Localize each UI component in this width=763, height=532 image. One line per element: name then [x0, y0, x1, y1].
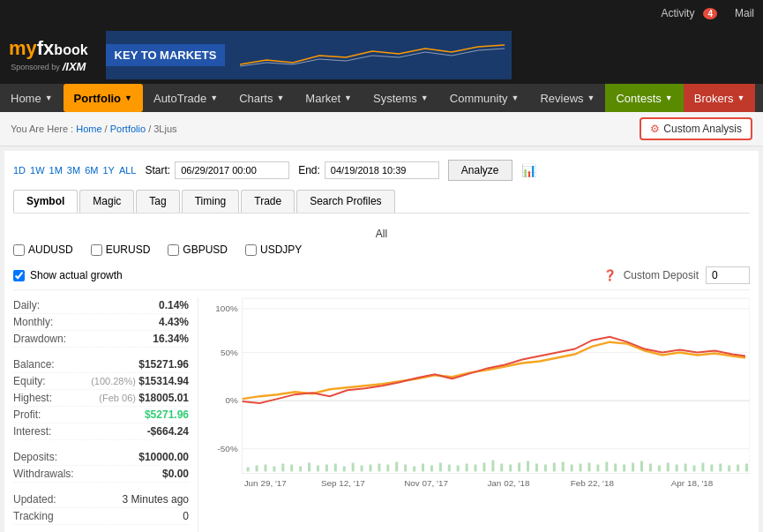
start-label: Start: — [145, 164, 170, 176]
shortcut-1d[interactable]: 1D — [13, 165, 26, 176]
activity-badge[interactable]: 4 — [703, 8, 717, 19]
mail-label[interactable]: Mail — [735, 7, 754, 19]
checkbox-usdjpy[interactable] — [245, 244, 257, 256]
svg-rect-27 — [404, 465, 407, 472]
nav-systems[interactable]: Systems ▼ — [363, 84, 439, 112]
nav-community[interactable]: Community ▼ — [439, 84, 530, 112]
svg-text:-50%: -50% — [218, 444, 238, 453]
symbol-gbpusd[interactable]: GBPUSD — [168, 244, 228, 256]
svg-rect-16 — [308, 463, 310, 472]
shortcut-all[interactable]: ALL — [119, 165, 137, 176]
svg-rect-12 — [273, 467, 275, 472]
svg-text:100%: 100% — [215, 303, 238, 313]
svg-rect-22 — [361, 466, 363, 472]
activity-label[interactable]: Activity — [661, 7, 694, 19]
svg-rect-33 — [457, 466, 460, 472]
checkbox-eurusd[interactable] — [91, 244, 102, 256]
symbol-audusd[interactable]: AUDUSD — [13, 244, 73, 256]
svg-rect-47 — [580, 464, 582, 472]
symbol-usdjpy[interactable]: USDJPY — [245, 244, 302, 256]
nav-home[interactable]: Home ▼ — [0, 84, 64, 112]
growth-left: Show actual growth — [13, 269, 123, 281]
svg-rect-63 — [719, 464, 722, 472]
svg-rect-43 — [544, 465, 547, 472]
symbol-eurusd[interactable]: EURUSD — [91, 244, 151, 256]
top-bar: Activity 4 Mail — [0, 0, 763, 26]
svg-rect-50 — [605, 462, 608, 472]
svg-rect-38 — [500, 464, 503, 472]
tab-search-profiles[interactable]: Search Profiles — [296, 190, 394, 213]
growth-chart: 100% 50% 0% -50% — [207, 297, 750, 527]
shortcut-1y[interactable]: 1Y — [102, 165, 114, 176]
tab-symbol[interactable]: Symbol — [13, 190, 78, 213]
tab-tag[interactable]: Tag — [136, 190, 179, 213]
nav-autotrade[interactable]: AutoTrade ▼ — [143, 84, 228, 112]
stat-interest: Interest: -$664.24 — [13, 423, 189, 440]
nav: Home ▼ Portfolio ▼ AutoTrade ▼ Charts ▼ … — [0, 84, 763, 112]
svg-rect-56 — [658, 466, 661, 472]
nav-portfolio[interactable]: Portfolio ▼ — [64, 84, 143, 112]
svg-rect-44 — [553, 463, 556, 472]
start-date-group: Start: — [145, 161, 289, 179]
tab-timing[interactable]: Timing — [182, 190, 240, 213]
svg-rect-19 — [334, 464, 337, 472]
show-growth-label: Show actual growth — [30, 269, 123, 281]
breadcrumb-portfolio[interactable]: Portfolio — [110, 124, 146, 134]
svg-rect-49 — [596, 465, 599, 472]
custom-analysis-button[interactable]: ⚙ Custom Analysis — [640, 117, 752, 140]
svg-rect-11 — [264, 465, 266, 472]
logo-fx: fx — [37, 37, 55, 59]
banner[interactable]: KEY TO MARKETS — [106, 31, 512, 79]
svg-rect-59 — [684, 464, 687, 472]
logo-book: book — [54, 42, 87, 57]
main-layout: Daily: 0.14% Monthly: 4.43% Drawdown: 16… — [13, 297, 750, 532]
nav-reviews[interactable]: Reviews ▼ — [529, 84, 605, 112]
shortcut-1w[interactable]: 1W — [30, 165, 45, 176]
svg-rect-57 — [667, 463, 669, 472]
svg-rect-42 — [535, 464, 538, 472]
nav-market[interactable]: Market ▼ — [295, 84, 363, 112]
export-icon[interactable]: 📊 — [521, 163, 536, 177]
breadcrumb-home[interactable]: Home — [76, 124, 101, 134]
svg-rect-36 — [482, 463, 485, 472]
svg-rect-26 — [395, 462, 398, 472]
banner-chart — [234, 31, 511, 79]
tab-magic[interactable]: Magic — [79, 190, 134, 213]
checkbox-gbpusd[interactable] — [168, 244, 179, 256]
nav-brokers[interactable]: Brokers ▼ — [684, 84, 756, 112]
svg-rect-41 — [527, 461, 529, 472]
shortcut-1m[interactable]: 1M — [49, 165, 63, 176]
growth-right: ❓ Custom Deposit — [603, 266, 750, 284]
checkbox-audusd[interactable] — [13, 244, 25, 256]
svg-rect-29 — [422, 464, 424, 472]
svg-rect-52 — [623, 465, 625, 472]
stats-panel: Daily: 0.14% Monthly: 4.43% Drawdown: 16… — [13, 297, 198, 532]
svg-rect-10 — [256, 466, 258, 472]
svg-rect-17 — [317, 466, 319, 472]
svg-rect-35 — [475, 465, 477, 472]
tab-trade[interactable]: Trade — [241, 190, 295, 213]
shortcut-3m[interactable]: 3M — [67, 165, 80, 176]
shortcut-6m[interactable]: 6M — [85, 165, 98, 176]
custom-deposit-label: Custom Deposit — [624, 269, 699, 281]
analyze-button[interactable]: Analyze — [448, 160, 512, 181]
svg-rect-64 — [728, 466, 730, 472]
svg-rect-23 — [370, 465, 372, 472]
show-growth-checkbox[interactable] — [13, 270, 25, 281]
logo-text: myfxbook — [9, 37, 88, 60]
svg-rect-62 — [710, 465, 713, 472]
svg-rect-25 — [386, 465, 389, 472]
end-date-input[interactable] — [325, 161, 439, 179]
nav-contests[interactable]: Contests ▼ — [605, 84, 683, 112]
nav-charts[interactable]: Charts ▼ — [228, 84, 295, 112]
custom-deposit-input[interactable] — [706, 266, 750, 284]
start-date-input[interactable] — [175, 161, 289, 179]
svg-text:Sep 12, '17: Sep 12, '17 — [321, 478, 365, 488]
help-icon: ❓ — [603, 269, 617, 281]
end-date-group: End: — [298, 161, 439, 179]
date-shortcuts: 1D 1W 1M 3M 6M 1Y ALL — [13, 165, 136, 176]
svg-rect-30 — [430, 466, 433, 472]
svg-rect-20 — [343, 467, 346, 472]
svg-rect-32 — [448, 465, 451, 472]
stat-equity: Equity: (100.28%) $15314.94 — [13, 373, 189, 390]
